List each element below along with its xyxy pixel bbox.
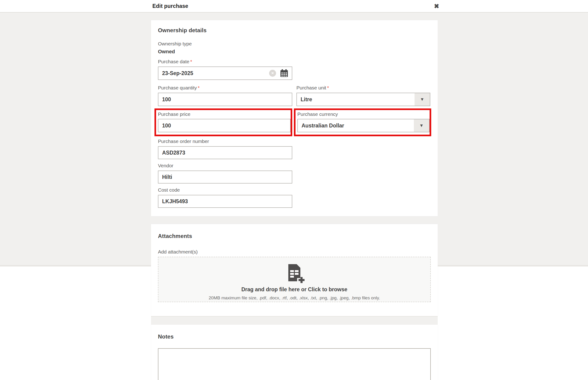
required-asterisk: * [190, 59, 192, 64]
close-icon[interactable]: ✖ [431, 1, 442, 11]
dropzone-title: Drag and drop file here or Click to brow… [158, 286, 430, 293]
ownership-details-title: Ownership details [158, 27, 431, 34]
file-dropzone[interactable]: Drag and drop file here or Click to brow… [158, 257, 431, 302]
purchase-quantity-label: Purchase quantity* [158, 85, 292, 91]
ownership-type-label: Ownership type [158, 41, 431, 47]
purchase-currency-label: Purchase currency [297, 112, 430, 117]
purchase-unit-value: Litre [297, 96, 312, 103]
dropdown-arrow-box: ▼ [415, 93, 430, 106]
purchase-date-field-wrap: ✕ [158, 67, 292, 80]
required-asterisk: * [327, 85, 329, 90]
purchase-currency-select[interactable]: Australian Dollar ▼ [297, 119, 430, 132]
purchase-price-label: Purchase price [158, 112, 291, 117]
purchase-quantity-input[interactable] [158, 93, 292, 106]
notes-textarea[interactable] [158, 348, 431, 380]
purchase-unit-label: Purchase unit* [296, 85, 430, 91]
purchase-order-number-input[interactable] [158, 146, 292, 159]
form-column: Ownership details Ownership type Owned P… [151, 20, 438, 380]
ownership-details-panel: Ownership details Ownership type Owned P… [151, 20, 438, 216]
purchase-currency-value: Australian Dollar [298, 123, 344, 129]
chevron-down-icon: ▼ [419, 123, 424, 128]
modal-header: Edit purchase ✖ [0, 0, 588, 12]
edit-purchase-modal: Edit purchase ✖ Ownership details Owners… [0, 0, 588, 380]
dropdown-arrow-box: ▼ [414, 119, 429, 132]
vendor-label: Vendor [158, 163, 431, 169]
section-separator [151, 316, 438, 325]
notes-panel: Notes [151, 325, 438, 380]
notes-title: Notes [158, 333, 431, 340]
dropzone-hint: 20MB maximum file size, .pdf, .docx, .rt… [158, 295, 430, 301]
purchase-order-number-label: Purchase order number [158, 139, 431, 144]
attachments-panel: Attachments Add attachment(s) Drag [151, 224, 438, 316]
cost-code-input[interactable] [158, 195, 292, 208]
price-currency-row: Purchase price Purchase currency Austral… [154, 108, 431, 136]
clear-date-icon[interactable]: ✕ [269, 70, 276, 77]
quantity-unit-row: Purchase quantity* Purchase unit* Litre … [158, 85, 431, 106]
calendar-icon[interactable] [280, 69, 288, 78]
add-file-icon [284, 280, 305, 284]
cost-code-label: Cost code [158, 187, 431, 193]
add-attachments-label: Add attachment(s) [158, 249, 431, 255]
purchase-unit-select[interactable]: Litre ▼ [296, 93, 430, 106]
purchase-date-label: Purchase date* [158, 59, 431, 64]
required-asterisk: * [198, 85, 200, 90]
attachments-title: Attachments [158, 233, 431, 239]
ownership-type-value: Owned [158, 49, 431, 55]
purchase-price-highlight-box: Purchase price [154, 108, 292, 136]
purchase-price-input[interactable] [158, 119, 291, 132]
chevron-down-icon: ▼ [420, 97, 424, 102]
vendor-input[interactable] [158, 171, 292, 184]
purchase-currency-highlight-box: Purchase currency Australian Dollar ▼ [294, 108, 431, 136]
page-title: Edit purchase [152, 3, 188, 9]
